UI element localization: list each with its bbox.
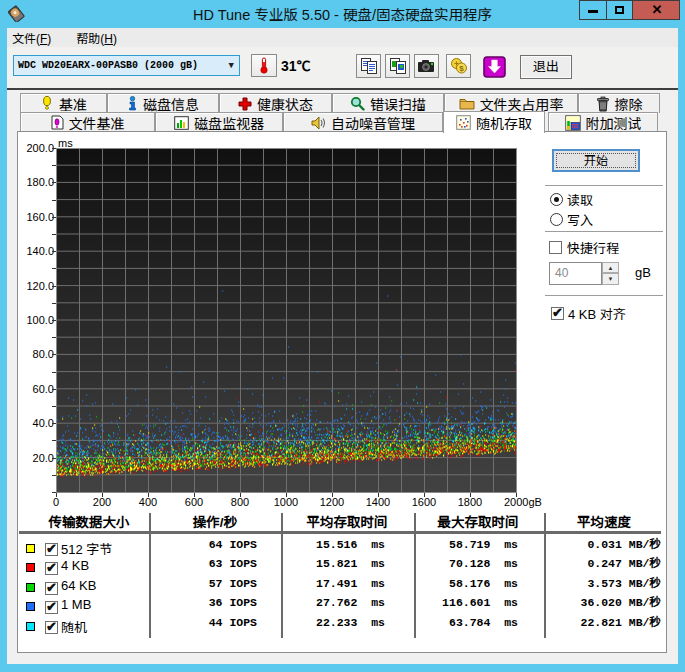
svg-text:$: $ <box>459 64 464 73</box>
